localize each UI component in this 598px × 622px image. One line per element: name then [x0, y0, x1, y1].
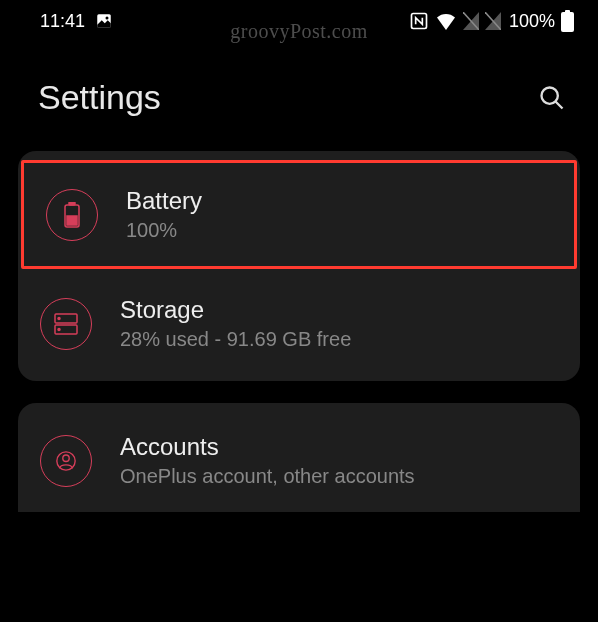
status-right: 100%: [409, 10, 574, 32]
sim1-icon: [463, 12, 479, 30]
search-button[interactable]: [534, 80, 570, 116]
svg-point-1: [106, 17, 109, 20]
item-content: Accounts OnePlus account, other accounts: [120, 433, 415, 488]
sim2-icon: [485, 12, 501, 30]
settings-item-accounts[interactable]: Accounts OnePlus account, other accounts: [18, 409, 580, 512]
settings-header: Settings: [0, 40, 598, 151]
item-content: Storage 28% used - 91.69 GB free: [120, 296, 351, 351]
svg-point-15: [58, 328, 60, 330]
item-subtitle: 100%: [126, 219, 202, 242]
page-title: Settings: [38, 78, 161, 117]
item-content: Battery 100%: [126, 187, 202, 242]
storage-item-icon: [40, 298, 92, 350]
battery-item-icon: [46, 189, 98, 241]
status-time: 11:41: [40, 11, 85, 32]
card-group-2: Accounts OnePlus account, other accounts: [18, 403, 580, 512]
accounts-item-icon: [40, 435, 92, 487]
item-title: Accounts: [120, 433, 415, 461]
item-subtitle: 28% used - 91.69 GB free: [120, 328, 351, 351]
item-title: Storage: [120, 296, 351, 324]
image-icon: [95, 12, 113, 30]
settings-item-battery[interactable]: Battery 100%: [21, 160, 577, 269]
svg-rect-10: [69, 202, 75, 205]
card-group-1: Battery 100% Storage 28% used - 91.69 GB…: [18, 151, 580, 381]
svg-rect-11: [67, 216, 77, 225]
item-title: Battery: [126, 187, 202, 215]
item-subtitle: OnePlus account, other accounts: [120, 465, 415, 488]
search-icon: [538, 84, 566, 112]
nfc-icon: [409, 11, 429, 31]
battery-icon: [561, 10, 574, 32]
svg-point-14: [58, 317, 60, 319]
svg-point-17: [63, 455, 69, 461]
svg-line-8: [556, 101, 563, 108]
wifi-icon: [435, 12, 457, 30]
status-battery-pct: 100%: [509, 11, 555, 32]
settings-item-storage[interactable]: Storage 28% used - 91.69 GB free: [18, 272, 580, 375]
svg-point-7: [542, 87, 558, 103]
svg-rect-5: [561, 12, 574, 32]
status-left: 11:41: [40, 11, 113, 32]
svg-rect-6: [565, 10, 570, 13]
status-bar: 11:41 100%: [0, 0, 598, 40]
